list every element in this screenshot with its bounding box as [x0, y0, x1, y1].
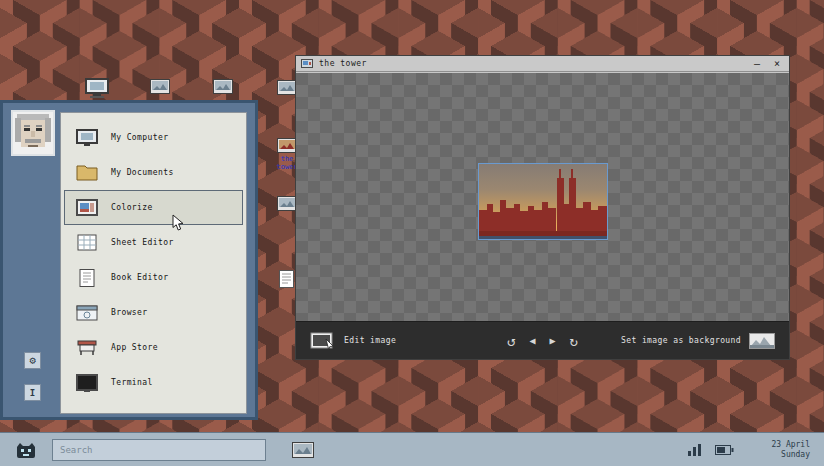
set-background-button[interactable]: Set image as background	[621, 333, 775, 349]
colorize-icon	[75, 199, 99, 217]
menu-item-label: Sheet Editor	[111, 238, 174, 247]
desktop-icon-image-4[interactable]	[277, 196, 297, 211]
desktop-icon-image-2[interactable]	[213, 79, 233, 94]
search-box	[52, 439, 266, 461]
desktop-icon-computer[interactable]	[84, 78, 110, 98]
settings-button[interactable]: ⚙	[24, 352, 41, 369]
rotate-right-button[interactable]: ↻	[570, 334, 578, 348]
menu-item-colorize[interactable]: Colorize	[64, 190, 243, 225]
window-titlebar[interactable]: the tower – ×	[296, 56, 789, 72]
page-icon	[75, 269, 99, 287]
desktop-icon-image-3[interactable]	[277, 80, 297, 95]
menu-item-book-editor[interactable]: Book Editor	[64, 260, 243, 295]
edit-image-icon	[310, 332, 336, 350]
desktop-icon-the-tower[interactable]	[277, 138, 297, 153]
menu-item-app-store[interactable]: App Store	[64, 330, 243, 365]
menu-item-label: Book Editor	[111, 273, 168, 282]
menu-item-label: Colorize	[111, 203, 153, 212]
background-thumbnail-icon	[749, 333, 775, 349]
menu-item-my-documents[interactable]: My Documents	[64, 155, 243, 190]
my-computer-icon	[75, 129, 99, 147]
user-avatar-image	[13, 112, 53, 154]
power-button[interactable]: I	[24, 384, 41, 401]
store-icon	[75, 339, 99, 357]
spreadsheet-icon	[75, 234, 99, 252]
image-file-icon	[213, 79, 233, 94]
start-menu-list: My Computer My Documents	[60, 112, 247, 414]
menu-item-terminal[interactable]: Terminal	[64, 365, 243, 400]
stats-tray-icon[interactable]	[687, 443, 703, 457]
previous-image-button[interactable]: ◀	[529, 335, 535, 347]
browser-icon	[75, 304, 99, 322]
battery-icon	[715, 444, 734, 456]
window-title: the tower	[319, 59, 744, 68]
battery-tray-icon[interactable]	[715, 444, 734, 456]
start-menu: My Computer My Documents	[0, 100, 258, 420]
image-file-icon	[277, 80, 297, 95]
window-toolbar: Edit image ↺ ◀ ▶ ↻ Set image as backgrou…	[296, 321, 789, 359]
clock-date: 23 April Sunday	[748, 440, 810, 460]
image-file-icon	[150, 79, 170, 94]
image-nav-controls: ↺ ◀ ▶ ↻	[507, 334, 578, 348]
viewed-image	[478, 163, 608, 240]
minimize-button[interactable]: –	[750, 57, 764, 71]
menu-item-label: App Store	[111, 343, 158, 352]
desktop-icon-image-1[interactable]	[150, 79, 170, 94]
next-image-button[interactable]: ▶	[550, 335, 556, 347]
menu-item-label: Browser	[111, 308, 148, 317]
taskbar: 23 April Sunday	[0, 432, 824, 466]
search-input[interactable]	[53, 445, 265, 455]
folder-icon	[75, 164, 99, 182]
mouse-cursor	[172, 214, 184, 232]
bar-chart-icon	[687, 443, 703, 457]
rotate-left-button[interactable]: ↺	[507, 334, 515, 348]
edit-image-label: Edit image	[344, 336, 396, 345]
menu-item-label: Terminal	[111, 378, 153, 387]
day-text: Sunday	[748, 450, 810, 460]
document-file-icon	[279, 270, 294, 288]
edit-image-button[interactable]: Edit image	[310, 332, 396, 350]
taskbar-window-item[interactable]	[292, 442, 314, 458]
image-file-icon	[277, 138, 297, 153]
screen: the tower the tower – ×	[0, 0, 824, 466]
computer-icon	[84, 78, 110, 98]
user-avatar[interactable]	[11, 110, 55, 156]
set-background-label: Set image as background	[621, 336, 741, 345]
gear-icon: ⚙	[29, 354, 36, 367]
terminal-icon	[75, 374, 99, 392]
close-button[interactable]: ×	[770, 57, 784, 71]
menu-item-label: My Documents	[111, 168, 174, 177]
menu-item-my-computer[interactable]: My Computer	[64, 120, 243, 155]
robot-face-icon	[14, 441, 38, 459]
menu-item-label: My Computer	[111, 133, 168, 142]
power-icon: I	[30, 388, 35, 398]
date-text: 23 April	[748, 440, 810, 450]
menu-item-browser[interactable]: Browser	[64, 295, 243, 330]
image-viewer-window: the tower – ×	[295, 55, 790, 360]
open-image-window-icon	[292, 442, 314, 458]
image-file-icon	[277, 196, 297, 211]
menu-item-sheet-editor[interactable]: Sheet Editor	[64, 225, 243, 260]
window-app-icon	[301, 59, 313, 68]
desktop-icon-document[interactable]	[279, 270, 294, 288]
start-button[interactable]	[0, 441, 52, 459]
window-content-area	[296, 73, 789, 321]
skyline-silhouette	[479, 164, 607, 239]
